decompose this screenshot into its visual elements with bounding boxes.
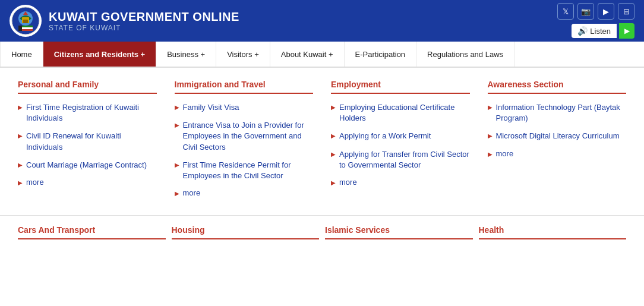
- more-link-awareness[interactable]: ▶ more: [488, 149, 627, 158]
- more-link-personal[interactable]: ▶ more: [18, 178, 157, 187]
- list-item[interactable]: ▶Microsoft Digital Literacy Curriculum: [488, 131, 627, 141]
- arrow-icon: ▶: [488, 132, 493, 140]
- bottom-col-housing: Housing: [172, 225, 320, 239]
- list-item[interactable]: ▶Civil ID Renewal for Kuwaiti Individual…: [18, 131, 157, 152]
- dropdown-col-awareness: Awareness Section ▶Information Technolog…: [482, 80, 633, 203]
- col-list-personal: ▶First Time Registration of Kuwaiti Indi…: [18, 102, 157, 171]
- site-header: KUWAIT GOVERNMENT ONLINE STATE OF KUWAIT…: [0, 0, 644, 42]
- arrow-icon: ▶: [175, 161, 179, 169]
- bottom-title-islamic: Islamic Services: [325, 225, 473, 239]
- arrow-icon: ▶: [18, 132, 23, 140]
- nav-item-home[interactable]: Home: [0, 42, 43, 67]
- list-item[interactable]: ▶Employing Educational Certificate Holde…: [331, 102, 470, 124]
- youtube-icon[interactable]: ▶: [598, 3, 614, 20]
- listen-label: Listen: [590, 27, 611, 36]
- list-item[interactable]: ▶Information Technology Part (Baytak Pro…: [488, 102, 627, 124]
- more-link-immigration[interactable]: ▶ more: [175, 188, 314, 197]
- arrow-icon: ▶: [331, 179, 336, 186]
- col-title-employment: Employment: [331, 80, 470, 94]
- more-link-employment[interactable]: ▶ more: [331, 178, 470, 187]
- svg-rect-3: [23, 20, 28, 23]
- header-right: 𝕏 📷 ▶ ⊟ 🔊 Listen ▶: [557, 3, 634, 39]
- col-title-awareness: Awareness Section: [488, 80, 627, 94]
- arrow-icon: ▶: [18, 179, 23, 186]
- header-left: KUWAIT GOVERNMENT ONLINE STATE OF KUWAIT: [10, 5, 239, 37]
- list-item[interactable]: ▶Entrance Visa to Join a Provider for Em…: [175, 120, 314, 153]
- arrow-icon: ▶: [18, 103, 23, 112]
- arrow-icon: ▶: [488, 103, 493, 112]
- dropdown-col-employment: Employment ▶Employing Educational Certif…: [325, 80, 476, 203]
- arrow-icon: ▶: [18, 161, 23, 169]
- nav-item-regulations[interactable]: Regulations and Laws: [416, 42, 514, 67]
- listen-row: 🔊 Listen ▶: [572, 23, 634, 39]
- nav-item-business[interactable]: Business +: [156, 42, 216, 67]
- social-icons-row: 𝕏 📷 ▶ ⊟: [557, 3, 634, 20]
- dropdown-panel: Personal and Family ▶First Time Registra…: [0, 68, 644, 209]
- list-item[interactable]: ▶Family Visit Visa: [175, 102, 314, 113]
- bottom-title-housing: Housing: [172, 225, 320, 239]
- listen-play-button[interactable]: ▶: [619, 23, 634, 39]
- bottom-col-islamic: Islamic Services: [325, 225, 473, 239]
- list-item[interactable]: ▶Applying for Transfer from Civil Sector…: [331, 149, 470, 171]
- list-item[interactable]: ▶Applying for a Work Permit: [331, 131, 470, 141]
- speaker-icon: 🔊: [577, 26, 588, 36]
- col-list-employment: ▶Employing Educational Certificate Holde…: [331, 102, 470, 171]
- logo: [10, 5, 42, 37]
- col-title-personal: Personal and Family: [18, 80, 157, 94]
- svg-rect-7: [18, 26, 22, 31]
- twitter-icon[interactable]: 𝕏: [557, 3, 574, 20]
- col-list-immigration: ▶Family Visit Visa ▶Entrance Visa to Joi…: [175, 102, 314, 181]
- bottom-title-health: Health: [479, 225, 627, 239]
- bottom-col-cars: Cars And Transport: [18, 225, 166, 239]
- arrow-icon: ▶: [331, 150, 336, 159]
- arrow-icon: ▶: [488, 151, 493, 157]
- arrow-icon: ▶: [331, 132, 336, 140]
- dropdown-col-personal: Personal and Family ▶First Time Registra…: [12, 80, 163, 203]
- arrow-icon: ▶: [175, 103, 179, 112]
- instagram-icon[interactable]: 📷: [577, 3, 594, 20]
- arrow-icon: ▶: [175, 121, 179, 130]
- bottom-sections: Cars And Transport Housing Islamic Servi…: [0, 215, 644, 245]
- list-item[interactable]: ▶First Time Registration of Kuwaiti Indi…: [18, 102, 157, 124]
- list-item[interactable]: ▶Court Marriage (Marriage Contract): [18, 160, 157, 171]
- arrow-icon: ▶: [175, 190, 179, 197]
- arrow-icon: ▶: [331, 103, 336, 112]
- nav-item-citizens[interactable]: Citizens and Residents +: [43, 42, 157, 67]
- site-subtitle: STATE OF KUWAIT: [49, 24, 239, 32]
- main-nav: Home Citizens and Residents + Business +…: [0, 42, 644, 68]
- dropdown-col-immigration: Immigration and Travel ▶Family Visit Vis…: [169, 80, 320, 203]
- site-title: KUWAIT GOVERNMENT ONLINE: [49, 10, 239, 24]
- bottom-title-cars: Cars And Transport: [18, 225, 166, 239]
- col-title-immigration: Immigration and Travel: [175, 80, 314, 94]
- col-list-awareness: ▶Information Technology Part (Baytak Pro…: [488, 102, 627, 142]
- bottom-col-health: Health: [479, 225, 627, 239]
- list-item[interactable]: ▶First Time Residence Permit for Employe…: [175, 160, 314, 181]
- listen-button[interactable]: 🔊 Listen: [572, 24, 617, 38]
- nav-item-about[interactable]: About Kuwait +: [270, 42, 345, 67]
- rss-icon[interactable]: ⊟: [618, 3, 634, 20]
- nav-item-visitors[interactable]: Visitors +: [216, 42, 270, 67]
- header-title-block: KUWAIT GOVERNMENT ONLINE STATE OF KUWAIT: [49, 10, 239, 32]
- nav-item-eparticipation[interactable]: E-Participation: [345, 42, 417, 67]
